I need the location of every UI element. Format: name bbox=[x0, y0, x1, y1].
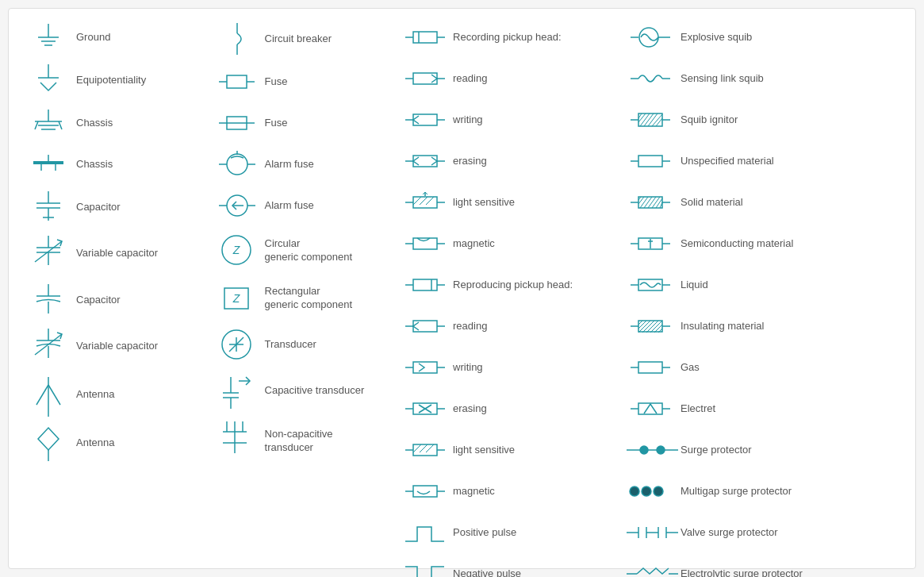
circular-generic-label: Circular generic component bbox=[265, 237, 353, 264]
positive-pulse-label: Positive pulse bbox=[453, 526, 516, 540]
antenna1-symbol bbox=[21, 373, 76, 417]
alarm-fuse1-label: Alarm fuse bbox=[265, 158, 314, 171]
svg-rect-127 bbox=[638, 113, 662, 126]
transducer-symbol bbox=[209, 325, 265, 364]
rep-erasing-row: erasing bbox=[397, 388, 609, 429]
svg-line-132 bbox=[648, 113, 658, 126]
svg-rect-89 bbox=[413, 197, 437, 208]
solid-material-label: Solid material bbox=[681, 196, 743, 210]
sensing-link-squib-symbol bbox=[625, 66, 681, 91]
positive-pulse-symbol bbox=[397, 519, 453, 547]
svg-line-161 bbox=[638, 321, 646, 329]
rep-writing-symbol bbox=[397, 356, 453, 379]
circuit-breaker-label: Circuit breaker bbox=[265, 33, 332, 46]
positive-pulse-row: Positive pulse bbox=[397, 512, 609, 553]
variable-capacitor2-label: Variable capacitor bbox=[76, 340, 158, 353]
alarm-fuse2-symbol bbox=[209, 188, 265, 224]
svg-line-145 bbox=[648, 197, 656, 208]
electrolytic-surge-symbol bbox=[625, 562, 681, 577]
rep-magnetic-symbol bbox=[397, 480, 453, 502]
rectangular-generic-symbol: Z bbox=[209, 279, 265, 318]
capacitor1-symbol bbox=[21, 187, 76, 227]
unspecified-material-symbol bbox=[625, 150, 681, 172]
multigap-surge-label: Multigap surge protector bbox=[681, 485, 792, 498]
chassis2-symbol bbox=[21, 148, 76, 180]
capacitor2-label: Capacitor bbox=[76, 294, 121, 307]
antenna1-row: Antenna bbox=[21, 371, 194, 419]
svg-point-49 bbox=[227, 154, 247, 175]
fuse1-row: Fuse bbox=[209, 61, 382, 102]
capacitor1-row: Capacitor bbox=[21, 185, 194, 229]
liquid-label: Liquid bbox=[681, 279, 708, 292]
fuse2-row: Fuse bbox=[209, 102, 382, 144]
rec-magnetic-row: magnetic bbox=[397, 223, 609, 264]
svg-line-134 bbox=[656, 118, 662, 126]
rep-light-symbol bbox=[397, 438, 453, 462]
ground-symbol bbox=[21, 20, 76, 56]
negative-pulse-symbol bbox=[397, 560, 453, 578]
valve-surge-symbol bbox=[625, 521, 681, 544]
svg-rect-96 bbox=[413, 238, 437, 249]
recording-head-symbol bbox=[397, 25, 453, 49]
non-capacitive-transducer-label: Non-capacitive transducer bbox=[265, 428, 333, 455]
svg-rect-137 bbox=[638, 156, 662, 167]
rectangular-generic-row: Z Rectangular generic component bbox=[209, 275, 382, 322]
svg-rect-83 bbox=[413, 114, 437, 125]
rep-magnetic-row: magnetic bbox=[397, 471, 609, 512]
gas-label: Gas bbox=[681, 361, 700, 375]
variable-capacitor1-symbol bbox=[21, 232, 76, 275]
svg-point-180 bbox=[630, 487, 639, 496]
rec-reading-row: reading bbox=[397, 58, 609, 99]
rep-writing-row: writing bbox=[397, 347, 609, 388]
rectangular-generic-label: Rectangular generic component bbox=[265, 285, 353, 312]
explosive-squib-label: Explosive squib bbox=[681, 31, 752, 44]
ground-label: Ground bbox=[76, 31, 110, 44]
svg-line-115 bbox=[420, 444, 427, 452]
svg-rect-77 bbox=[413, 32, 437, 43]
rec-erasing-symbol bbox=[397, 150, 453, 172]
chassis2-row: Chassis bbox=[21, 144, 194, 185]
multigap-surge-row: Multigap surge protector bbox=[625, 471, 903, 512]
antenna2-symbol bbox=[21, 421, 76, 465]
explosive-squib-row: Explosive squib bbox=[625, 17, 903, 58]
semiconducting-material-symbol bbox=[625, 233, 681, 255]
variable-capacitor1-label: Variable capacitor bbox=[76, 247, 158, 260]
svg-point-176 bbox=[640, 446, 648, 454]
squib-ignitor-symbol bbox=[625, 107, 681, 133]
circuit-breaker-row: Circuit breaker bbox=[209, 17, 382, 61]
fuse2-symbol bbox=[209, 107, 265, 139]
antenna1-label: Antenna bbox=[76, 388, 114, 402]
alarm-fuse2-row: Alarm fuse bbox=[209, 185, 382, 226]
equipotentiality-label: Equipotentiality bbox=[76, 74, 146, 87]
rec-writing-row: writing bbox=[397, 99, 609, 140]
svg-rect-156 bbox=[638, 279, 662, 290]
equipotentiality-row: Equipotentiality bbox=[21, 58, 194, 102]
capacitor2-row: Capacitor bbox=[21, 278, 194, 322]
svg-point-181 bbox=[642, 487, 651, 496]
svg-line-144 bbox=[644, 197, 652, 208]
insulating-material-label: Insulating material bbox=[681, 320, 765, 333]
svg-rect-102 bbox=[413, 321, 437, 332]
circuit-breaker-symbol bbox=[209, 19, 265, 59]
svg-marker-38 bbox=[38, 428, 59, 450]
capacitor1-label: Capacitor bbox=[76, 201, 121, 214]
explosive-squib-symbol bbox=[625, 25, 681, 50]
negative-pulse-label: Negative pulse bbox=[453, 567, 521, 577]
ground-row: Ground bbox=[21, 17, 194, 58]
rec-reading-label: reading bbox=[453, 72, 487, 86]
rec-erasing-label: erasing bbox=[453, 155, 487, 168]
rep-reading-row: reading bbox=[397, 306, 609, 347]
squib-ignitor-label: Squib ignitor bbox=[681, 113, 738, 127]
alarm-fuse2-label: Alarm fuse bbox=[265, 199, 314, 213]
chassis1-row: Chassis bbox=[21, 102, 194, 144]
svg-line-35 bbox=[48, 385, 60, 405]
liquid-row: Liquid bbox=[625, 264, 903, 306]
svg-rect-42 bbox=[227, 75, 247, 88]
variable-capacitor2-row: Variable capacitor bbox=[21, 322, 194, 371]
svg-line-130 bbox=[640, 113, 650, 126]
electret-symbol bbox=[625, 398, 681, 420]
rep-magnetic-label: magnetic bbox=[453, 485, 495, 498]
rep-reading-symbol bbox=[397, 315, 453, 337]
alarm-fuse1-row: Alarm fuse bbox=[209, 144, 382, 185]
rep-reading-label: reading bbox=[453, 320, 487, 333]
